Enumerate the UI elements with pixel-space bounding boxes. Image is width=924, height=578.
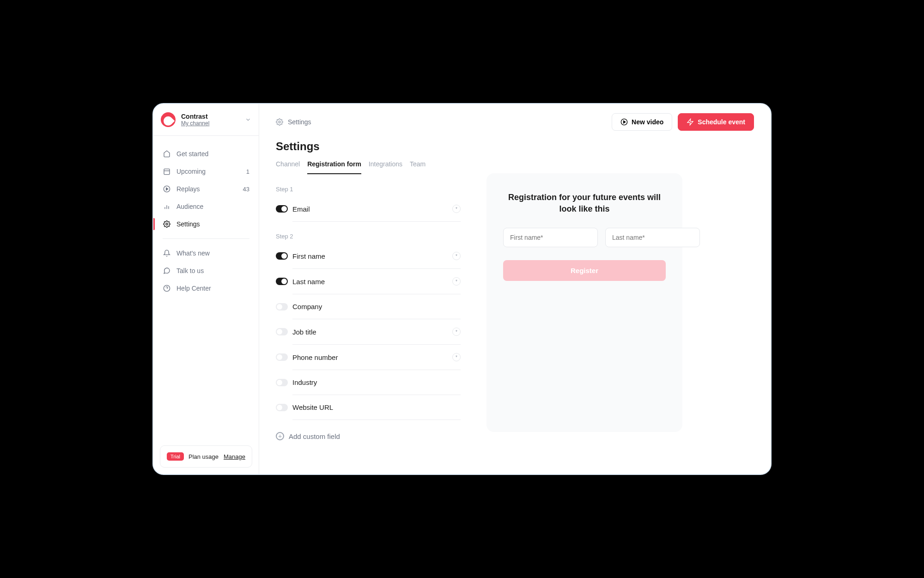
channel-name: Contrast [181, 113, 239, 120]
topbar: Settings New video Schedule event [259, 104, 771, 140]
required-badge[interactable] [452, 328, 461, 336]
field-row-first-name: First name [292, 247, 461, 269]
field-label: Email [292, 205, 310, 213]
nav-badge: 1 [246, 168, 249, 175]
bar-chart-icon [163, 202, 171, 211]
sidebar-item-upcoming[interactable]: Upcoming 1 [153, 163, 259, 180]
sidebar-item-talk-to-us[interactable]: Talk to us [153, 262, 259, 280]
svg-marker-13 [687, 119, 693, 125]
home-icon [163, 150, 171, 158]
required-badge[interactable] [452, 277, 461, 286]
calendar-icon [163, 167, 171, 176]
add-custom-field-button[interactable]: + Add custom field [276, 424, 461, 449]
add-field-label: Add custom field [289, 432, 340, 440]
nav-label: Audience [176, 203, 203, 210]
logo-icon [161, 112, 176, 127]
settings-column: Settings Channel Registration form Integ… [276, 140, 461, 449]
nav-label: What's new [176, 249, 210, 257]
sidebar-item-settings[interactable]: Settings [153, 215, 259, 233]
required-badge[interactable] [452, 353, 461, 361]
primary-nav: Get started Upcoming 1 Replays 43 Audien… [153, 136, 259, 439]
new-video-button[interactable]: New video [612, 113, 672, 131]
sidebar-item-get-started[interactable]: Get started [153, 145, 259, 163]
tabs: Channel Registration form Integrations T… [276, 160, 461, 175]
sidebar-item-audience[interactable]: Audience [153, 198, 259, 215]
channel-info: Contrast My channel [181, 113, 239, 127]
button-label: Schedule event [698, 118, 745, 126]
plus-circle-icon: + [276, 432, 284, 440]
play-circle-icon [163, 185, 171, 193]
sidebar-item-whats-new[interactable]: What's new [153, 244, 259, 262]
gear-icon [276, 118, 283, 126]
preview-panel: Registration for your future events will… [486, 173, 682, 432]
toggle-website-url[interactable] [276, 404, 288, 411]
toggle-email[interactable] [276, 205, 288, 213]
svg-point-7 [166, 223, 168, 225]
nav-label: Replays [176, 185, 200, 193]
preview-title: Registration for your future events will… [503, 192, 666, 215]
toggle-job-title[interactable] [276, 328, 288, 335]
bell-icon [163, 249, 171, 257]
toggle-company[interactable] [276, 303, 288, 310]
channel-sublabel[interactable]: My channel [181, 120, 239, 127]
chevron-down-icon [245, 116, 251, 123]
step-1-label: Step 1 [276, 186, 461, 193]
manage-link[interactable]: Manage [224, 453, 245, 460]
tab-integrations[interactable]: Integrations [369, 160, 402, 174]
sidebar-item-help-center[interactable]: Help Center [153, 280, 259, 297]
field-row-email: Email [292, 200, 461, 222]
field-row-company: Company [292, 294, 461, 319]
nav-badge: 43 [243, 186, 249, 193]
button-label: New video [632, 118, 663, 126]
gear-icon [163, 220, 171, 228]
nav-label: Get started [176, 150, 208, 158]
schedule-event-button[interactable]: Schedule event [678, 113, 754, 131]
field-label: Website URL [292, 403, 333, 411]
nav-label: Help Center [176, 285, 211, 292]
tab-registration-form[interactable]: Registration form [307, 160, 361, 174]
tab-channel[interactable]: Channel [276, 160, 300, 174]
lightning-icon [687, 118, 694, 126]
field-label: Job title [292, 328, 316, 336]
required-badge[interactable] [452, 252, 461, 260]
toggle-phone-number[interactable] [276, 353, 288, 361]
register-button[interactable]: Register [503, 260, 666, 281]
nav-label: Talk to us [176, 267, 204, 274]
chat-icon [163, 267, 171, 275]
first-name-field[interactable] [503, 228, 598, 247]
svg-rect-0 [164, 169, 170, 175]
step-2-label: Step 2 [276, 233, 461, 240]
field-label: Company [292, 303, 322, 310]
plan-usage-label: Plan usage [188, 453, 219, 460]
required-badge[interactable] [452, 205, 461, 213]
field-row-website-url: Website URL [292, 395, 461, 420]
topbar-actions: New video Schedule event [612, 113, 754, 131]
sidebar: Contrast My channel Get started Upcoming… [153, 104, 259, 474]
toggle-industry[interactable] [276, 379, 288, 386]
field-label: Industry [292, 378, 317, 386]
field-label: Last name [292, 278, 325, 286]
toggle-last-name[interactable] [276, 278, 288, 285]
sidebar-footer: Trial Plan usage Manage [160, 445, 252, 468]
preview-inputs [503, 228, 666, 247]
play-circle-icon [620, 118, 628, 126]
toggle-first-name[interactable] [276, 252, 288, 260]
tab-team[interactable]: Team [410, 160, 426, 174]
last-name-field[interactable] [605, 228, 700, 247]
breadcrumb: Settings [288, 118, 311, 126]
field-row-phone-number: Phone number [292, 345, 461, 370]
svg-point-10 [279, 121, 280, 123]
field-row-job-title: Job title [292, 319, 461, 345]
nav-label: Upcoming [176, 168, 206, 175]
field-row-last-name: Last name [292, 269, 461, 294]
field-row-industry: Industry [292, 370, 461, 395]
help-icon [163, 284, 171, 292]
page-title: Settings [276, 140, 461, 153]
field-label: First name [292, 252, 325, 260]
app-window: Contrast My channel Get started Upcoming… [152, 103, 772, 475]
svg-marker-12 [624, 121, 626, 123]
content: Settings Channel Registration form Integ… [259, 140, 771, 465]
sidebar-item-replays[interactable]: Replays 43 [153, 180, 259, 198]
nav-label: Settings [176, 220, 200, 228]
sidebar-header[interactable]: Contrast My channel [153, 104, 259, 136]
